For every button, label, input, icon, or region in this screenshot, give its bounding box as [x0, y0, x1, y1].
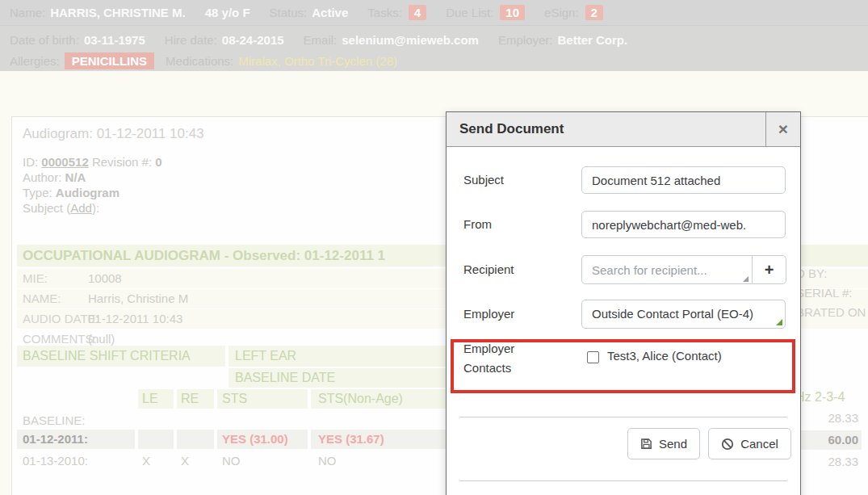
col-header-le: LE	[138, 389, 174, 409]
allergy-badge[interactable]: PENICILLINS	[65, 52, 154, 69]
cell-le	[138, 430, 174, 449]
document-id-line: ID: 0000512 Revision #: 0	[23, 155, 162, 169]
hire-date-label: Hire date:	[165, 33, 217, 47]
cell-le: X	[138, 451, 174, 471]
email-label: Email:	[304, 33, 338, 47]
employer-field-label: Employer	[463, 307, 514, 321]
hz-header-fragment: Hz 2-3-4	[795, 390, 845, 405]
tasks-count-badge[interactable]: 4	[409, 5, 426, 20]
close-button[interactable]: ×	[765, 112, 800, 146]
row-label: BASELINE:	[17, 411, 135, 430]
document-type-line: Type: Audiogram	[23, 186, 120, 199]
employer-value: Better Corp.	[557, 33, 627, 47]
document-author-line: Author: N/A	[23, 170, 86, 184]
tasks-label: Tasks:	[367, 6, 402, 19]
dropdown-resize-icon[interactable]	[776, 319, 782, 325]
subject-add-link[interactable]: Add	[70, 201, 92, 215]
calibrated-fragment: BRATED ON	[796, 305, 866, 319]
type-value: Audiogram	[56, 186, 120, 199]
employer-label: Employer:	[498, 33, 553, 47]
medications-list[interactable]: Miralax, Ortho Tri-Cyclen (28)	[238, 54, 397, 68]
patient-banner-row1: Name: HARRIS, CHRISTINE M. 48 y/o F Stat…	[0, 0, 868, 25]
row-label: 01-13-2010:	[17, 451, 135, 471]
divider	[459, 480, 787, 481]
cell-sts: NO	[217, 451, 308, 471]
baseline-section-title: BASELINE SHIFT CRITERIA	[17, 346, 225, 367]
employer-contact-option[interactable]: Test3, Alice (Contact)	[607, 349, 722, 363]
cell-sts: YES (31.00)	[217, 430, 308, 449]
esign-count-badge[interactable]: 2	[585, 5, 603, 20]
status-label: Status:	[270, 6, 308, 19]
name-label: Name:	[10, 6, 45, 19]
allergies-label: Allergies:	[10, 54, 60, 68]
email-value: selenium@mieweb.com	[342, 33, 479, 47]
baseline-date-title: BASELINE DATE	[229, 368, 446, 388]
subject-input[interactable]	[581, 166, 786, 194]
avg-value: 28.33	[822, 455, 858, 468]
save-icon	[640, 438, 652, 450]
due-list-count-badge[interactable]: 10	[500, 5, 525, 20]
revision-value: 0	[155, 155, 161, 169]
col-header-sts: STS	[217, 389, 308, 409]
recipient-label: Recipient	[463, 262, 514, 276]
document-subject-line: Subject (Add):	[23, 201, 99, 215]
recipient-group: +	[581, 255, 786, 284]
type-label: Type:	[23, 186, 52, 199]
cell-re: X	[177, 451, 214, 471]
modal-title: Send Document	[459, 112, 564, 146]
avg-value: 28.33	[822, 411, 858, 425]
dob-value: 03-11-1975	[84, 33, 145, 47]
revision-label: Revision #:	[92, 155, 152, 169]
esign-label: eSign:	[544, 6, 579, 19]
document-title: Audiogram: 01-12-2011 10:43	[23, 126, 204, 142]
author-value: N/A	[65, 170, 86, 184]
cancel-button-label: Cancel	[740, 437, 778, 451]
patient-name: HARRIS, CHRISTINE M.	[50, 6, 186, 19]
due-list-label: Due List:	[446, 6, 493, 19]
dob-label: Date of birth:	[10, 33, 79, 47]
author-label: Author:	[23, 170, 61, 184]
mie-label: MIE:	[23, 269, 48, 288]
employer-contacts-label-line2: Contacts	[463, 361, 511, 375]
col-header-sts-non-age: STS(Non-Age)	[311, 389, 446, 409]
cell-re	[177, 430, 214, 449]
employer-selected-value: Outside Contact Portal (EO-4)	[592, 307, 753, 321]
name-row-value: Harris, Christine M	[88, 289, 188, 308]
subject-prefix: Subject (	[23, 201, 70, 215]
audio-date-value: 01-12-2011 10:43	[88, 309, 182, 329]
avg-value: 60.00	[822, 433, 858, 447]
employer-contacts-label-line1: Employer	[463, 342, 514, 355]
cancel-button[interactable]: Cancel	[708, 428, 791, 459]
plus-icon: +	[765, 261, 774, 279]
resize-handle-icon[interactable]	[743, 276, 748, 282]
cell-sts-non-age: NO	[311, 451, 446, 471]
from-label: From	[463, 217, 492, 231]
recipient-search-input[interactable]	[581, 255, 753, 284]
employer-select[interactable]: Outside Contact Portal (EO-4)	[581, 300, 786, 329]
left-ear-title: LEFT EAR	[229, 346, 446, 367]
close-icon: ×	[778, 120, 788, 138]
name-row-label: NAME:	[23, 289, 61, 308]
from-input[interactable]	[581, 211, 786, 238]
id-label: ID:	[23, 155, 38, 169]
send-document-modal: Send Document × Subject From Recipient +…	[446, 111, 801, 495]
add-recipient-button[interactable]: +	[752, 255, 786, 284]
col-header-re: RE	[177, 389, 214, 409]
mie-value: 10008	[88, 269, 122, 288]
divider	[459, 417, 787, 417]
employer-contact-checkbox[interactable]	[587, 351, 599, 363]
subject-suffix: ):	[92, 201, 99, 215]
cell-sts-non-age: YES (31.67)	[311, 430, 446, 449]
row-label: 01-12-2011:	[17, 430, 135, 449]
patient-status: Active	[312, 6, 348, 19]
send-button[interactable]: Send	[627, 428, 700, 459]
patient-banner-row2: Date of birth: 03-11-1975 Hire date: 08-…	[0, 25, 868, 71]
document-id-link[interactable]: 0000512	[41, 155, 88, 169]
subject-label: Subject	[463, 173, 504, 187]
send-button-label: Send	[659, 437, 687, 451]
patient-age-sex: 48 y/o F	[205, 6, 250, 19]
hire-date-value: 08-24-2015	[222, 33, 284, 47]
serial-fragment: SERIAL #:	[796, 286, 852, 300]
medications-label: Medications:	[166, 54, 233, 68]
cancel-icon	[721, 438, 734, 451]
